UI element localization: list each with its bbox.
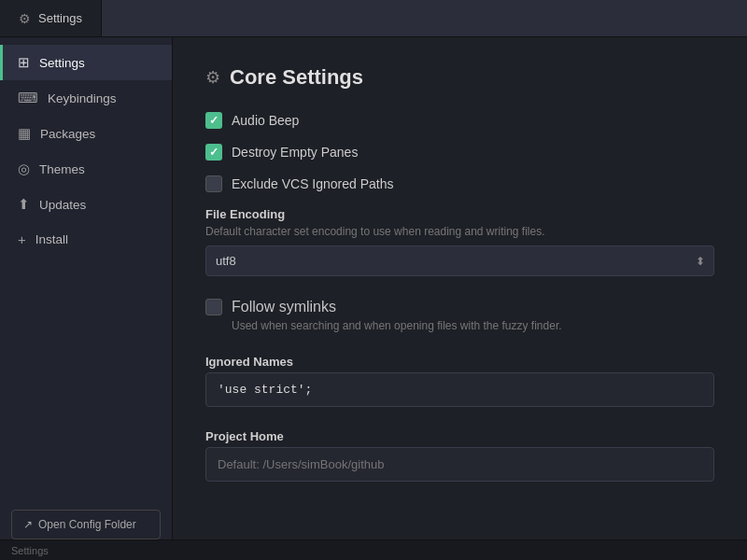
sidebar-item-settings[interactable]: ⊞ Settings — [0, 45, 172, 80]
file-encoding-select-wrapper: utf8 utf16 ascii latin1 ⬍ — [205, 245, 714, 276]
gear-icon: ⚙ — [205, 67, 220, 88]
sidebar-item-updates[interactable]: ⬆ Updates — [0, 187, 172, 222]
follow-symlinks-row: Follow symlinks — [205, 299, 714, 315]
packages-icon: ▦ — [18, 125, 31, 142]
follow-symlinks-item: Follow symlinks Used when searching and … — [205, 299, 714, 332]
main-layout: ⊞ Settings ⌨ Keybindings ▦ Packages ◎ Th… — [0, 37, 747, 554]
updates-icon: ⬆ — [18, 196, 30, 213]
file-encoding-description: Default character set encoding to use wh… — [205, 225, 714, 238]
settings-tab-icon: ⚙ — [19, 11, 31, 26]
destroy-empty-panes-item: Destroy Empty Panes — [205, 144, 714, 161]
project-home-input[interactable] — [205, 447, 714, 482]
sidebar-item-install-label: Install — [35, 232, 68, 246]
exclude-vcs-checkbox[interactable] — [205, 175, 222, 192]
sidebar-item-updates-label: Updates — [39, 198, 86, 212]
sidebar-item-install[interactable]: + Install — [0, 222, 172, 257]
sidebar-item-themes[interactable]: ◎ Themes — [0, 151, 172, 187]
audio-beep-label[interactable]: Audio Beep — [232, 113, 299, 128]
sidebar-divider — [0, 257, 172, 502]
open-config-icon: ↗ — [23, 518, 33, 531]
settings-tab[interactable]: ⚙ Settings — [0, 0, 102, 36]
project-home-group: Project Home — [205, 429, 714, 482]
audio-beep-checkbox[interactable] — [205, 112, 222, 129]
title-bar: ⚙ Settings — [0, 0, 747, 37]
file-encoding-select[interactable]: utf8 utf16 ascii latin1 — [205, 245, 714, 276]
ignored-names-input[interactable] — [205, 372, 714, 407]
project-home-label: Project Home — [205, 429, 714, 443]
sidebar-item-themes-label: Themes — [39, 162, 85, 176]
sidebar-item-settings-label: Settings — [39, 56, 85, 70]
settings-icon: ⊞ — [18, 54, 30, 71]
install-icon: + — [18, 231, 26, 247]
open-config-label: Open Config Folder — [38, 518, 136, 531]
content-area: ⚙ Core Settings Audio Beep Destroy Empty… — [173, 37, 747, 554]
keybindings-icon: ⌨ — [18, 90, 38, 106]
section-title: Core Settings — [230, 65, 363, 90]
themes-icon: ◎ — [18, 161, 30, 177]
file-encoding-group: File Encoding Default character set enco… — [205, 207, 714, 276]
audio-beep-item: Audio Beep — [205, 112, 714, 129]
follow-symlinks-label[interactable]: Follow symlinks — [232, 299, 336, 315]
sidebar-item-packages-label: Packages — [40, 127, 95, 141]
follow-symlinks-checkbox[interactable] — [205, 299, 222, 315]
settings-tab-label: Settings — [38, 11, 82, 25]
status-bar-label: Settings — [11, 545, 49, 556]
section-heading: ⚙ Core Settings — [205, 65, 714, 90]
file-encoding-label: File Encoding — [205, 207, 714, 221]
sidebar-item-keybindings[interactable]: ⌨ Keybindings — [0, 80, 172, 116]
destroy-empty-panes-checkbox[interactable] — [205, 144, 222, 161]
follow-symlinks-description: Used when searching and when opening fil… — [232, 319, 714, 332]
destroy-empty-panes-label[interactable]: Destroy Empty Panes — [232, 145, 358, 160]
exclude-vcs-label[interactable]: Exclude VCS Ignored Paths — [232, 176, 394, 191]
ignored-names-group: Ignored Names — [205, 355, 714, 407]
sidebar-item-packages[interactable]: ▦ Packages — [0, 116, 172, 151]
ignored-names-label: Ignored Names — [205, 355, 714, 369]
open-config-button[interactable]: ↗ Open Config Folder — [11, 510, 161, 539]
sidebar: ⊞ Settings ⌨ Keybindings ▦ Packages ◎ Th… — [0, 37, 173, 554]
exclude-vcs-item: Exclude VCS Ignored Paths — [205, 175, 714, 192]
status-bar: Settings — [0, 539, 747, 560]
sidebar-item-keybindings-label: Keybindings — [48, 91, 117, 105]
